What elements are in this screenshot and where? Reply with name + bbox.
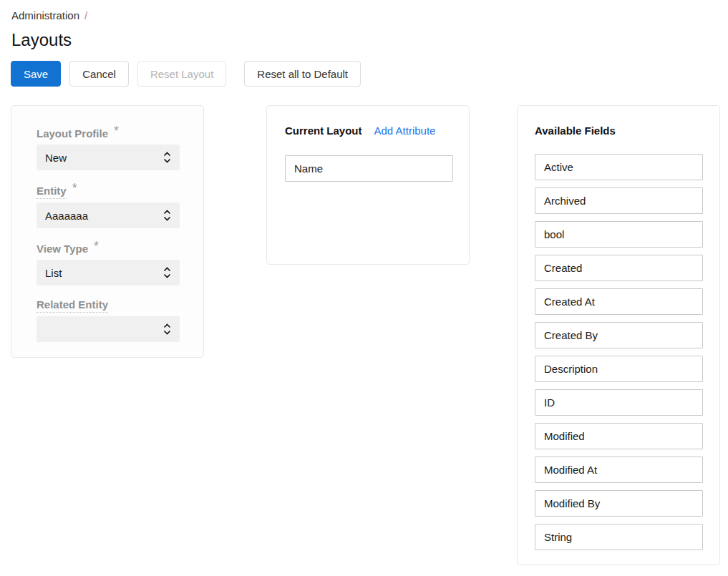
available-fields-header: Available Fields <box>535 125 702 137</box>
available-field-item[interactable]: bool <box>535 221 703 248</box>
layout-profile-value: New <box>45 152 67 164</box>
available-field-item[interactable]: Active <box>535 154 703 180</box>
reset-all-to-default-button[interactable]: Reset all to Default <box>244 61 361 87</box>
available-field-item[interactable]: Modified <box>535 423 703 449</box>
cancel-button[interactable]: Cancel <box>69 61 129 87</box>
form-group-entity: Entity* Aaaaaaa <box>37 183 178 228</box>
view-type-label: View Type <box>37 243 88 255</box>
available-field-item[interactable]: Modified At <box>535 457 703 483</box>
available-field-item[interactable]: ID <box>535 389 703 416</box>
select-chevron-icon <box>163 152 171 163</box>
form-group-related-entity: Related Entity <box>37 298 178 342</box>
select-chevron-icon <box>163 323 171 335</box>
layout-profile-select[interactable]: New <box>37 145 180 170</box>
current-layout-panel: Current Layout Add Attribute Name <box>266 105 470 265</box>
layout-settings-panel: Layout Profile* New Entity* Aaaaaaa View… <box>11 105 204 358</box>
form-group-layout-profile: Layout Profile* New <box>37 126 178 170</box>
required-asterisk: * <box>94 239 99 253</box>
available-field-item[interactable]: Description <box>535 356 703 382</box>
entity-select[interactable]: Aaaaaaa <box>37 202 180 228</box>
available-field-item[interactable]: String <box>535 524 703 550</box>
available-fields-title: Available Fields <box>535 125 616 137</box>
available-field-item[interactable]: Created At <box>535 288 703 315</box>
form-group-view-type: View Type* List <box>37 241 178 285</box>
select-chevron-icon <box>163 210 171 221</box>
breadcrumb-separator: / <box>84 9 87 21</box>
add-attribute-link[interactable]: Add Attribute <box>374 125 436 137</box>
save-button[interactable]: Save <box>11 61 61 87</box>
available-field-item[interactable]: Created <box>535 255 703 281</box>
available-field-item[interactable]: Created By <box>535 322 703 348</box>
entity-label: Entity <box>37 185 67 199</box>
available-field-item[interactable]: Modified By <box>535 490 703 517</box>
toolbar: Save Cancel Reset Layout Reset all to De… <box>11 61 369 87</box>
view-type-value: List <box>45 267 62 279</box>
required-asterisk: * <box>72 181 77 195</box>
available-field-item[interactable]: Archived <box>535 187 703 214</box>
current-layout-item[interactable]: Name <box>285 155 453 182</box>
current-layout-header: Current Layout Add Attribute <box>285 125 451 137</box>
current-layout-title: Current Layout <box>285 125 362 137</box>
page-title: Layouts <box>11 30 72 50</box>
entity-value: Aaaaaaa <box>45 210 88 222</box>
available-fields-panel: Available Fields Active Archived bool Cr… <box>517 105 720 565</box>
breadcrumb: Administration/ <box>11 9 87 21</box>
layout-profile-label: Layout Profile <box>37 127 108 140</box>
related-entity-label: Related Entity <box>37 298 108 313</box>
required-asterisk: * <box>114 124 119 138</box>
related-entity-select[interactable] <box>37 316 180 342</box>
breadcrumb-administration[interactable]: Administration <box>11 9 79 21</box>
select-chevron-icon <box>163 267 171 278</box>
reset-layout-button[interactable]: Reset Layout <box>137 61 226 87</box>
view-type-select[interactable]: List <box>37 260 180 285</box>
